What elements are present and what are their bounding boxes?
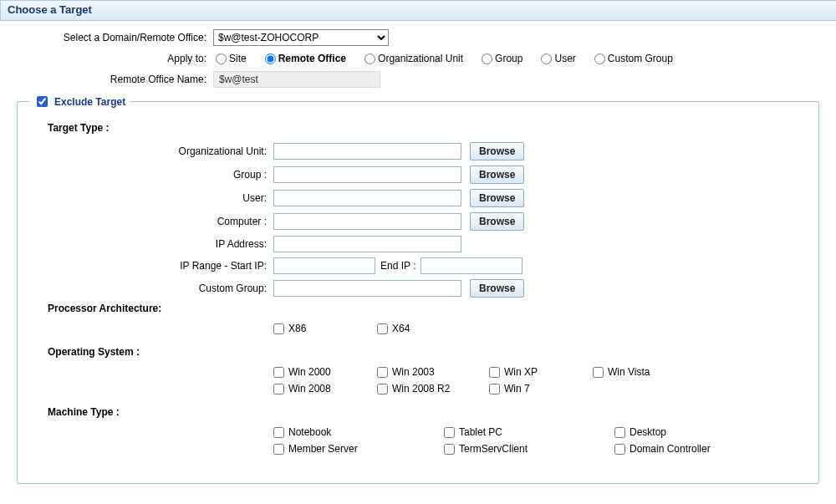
proc-x86-label: X86 xyxy=(288,323,306,334)
apply-org-unit-label: Organizational Unit xyxy=(378,53,463,64)
proc-x64-checkbox[interactable]: X64 xyxy=(377,323,477,334)
apply-remote-office-label: Remote Office xyxy=(278,53,346,64)
os-heading: Operating System : xyxy=(48,346,805,358)
os-winvista-checkbox[interactable]: Win Vista xyxy=(593,366,701,378)
apply-to-label: Apply to: xyxy=(0,53,213,64)
mt-notebook-checkbox[interactable]: Notebook xyxy=(273,426,441,438)
computer-label: Computer : xyxy=(31,216,273,227)
apply-user-label: User xyxy=(554,53,575,64)
apply-site-label: Site xyxy=(229,53,247,64)
mt-termservclient-checkbox[interactable]: TermServClient xyxy=(444,443,611,455)
os-win2003-label: Win 2003 xyxy=(392,366,435,378)
computer-input[interactable] xyxy=(273,213,461,230)
apply-group-radio[interactable]: Group xyxy=(482,53,522,64)
org-unit-label: Organizational Unit: xyxy=(31,145,273,157)
os-win2000-label: Win 2000 xyxy=(288,366,331,378)
proc-x86-checkbox[interactable]: X86 xyxy=(273,323,374,334)
domain-select[interactable]: $w@test-ZOHOCORP xyxy=(213,29,389,46)
mt-member-server-checkbox[interactable]: Member Server xyxy=(273,443,441,455)
os-win2008r2-checkbox[interactable]: Win 2008 R2 xyxy=(377,383,486,395)
mt-tablet-checkbox[interactable]: Tablet PC xyxy=(444,426,611,438)
os-win2000-checkbox[interactable]: Win 2000 xyxy=(273,366,374,378)
group-label: Group : xyxy=(31,169,273,181)
processor-arch-heading: Processor Architecture: xyxy=(48,303,805,314)
computer-browse-button[interactable]: Browse xyxy=(470,212,524,231)
exclude-target-label: Exclude Target xyxy=(54,96,125,108)
os-win2003-checkbox[interactable]: Win 2003 xyxy=(377,366,486,378)
mt-domain-controller-checkbox[interactable]: Domain Controller xyxy=(614,443,782,455)
apply-site-radio[interactable]: Site xyxy=(216,53,247,64)
apply-remote-office-radio[interactable]: Remote Office xyxy=(265,53,346,64)
remote-office-name-value: $w@test xyxy=(213,71,380,88)
apply-custom-group-radio[interactable]: Custom Group xyxy=(594,53,673,64)
custom-group-browse-button[interactable]: Browse xyxy=(470,279,524,298)
proc-x64-label: X64 xyxy=(392,323,410,334)
os-winxp-label: Win XP xyxy=(504,366,538,378)
org-unit-input[interactable] xyxy=(273,143,461,160)
exclude-target-checkbox[interactable] xyxy=(37,96,48,107)
group-input[interactable] xyxy=(273,166,461,183)
mt-desktop-checkbox[interactable]: Desktop xyxy=(614,426,782,438)
exclude-target-panel: Exclude Target Target Type : Organizatio… xyxy=(17,101,819,484)
ip-range-end-input[interactable] xyxy=(421,257,522,274)
user-browse-button[interactable]: Browse xyxy=(470,189,524,207)
custom-group-label: Custom Group: xyxy=(31,283,273,294)
mt-desktop-label: Desktop xyxy=(630,426,666,438)
os-win2008-checkbox[interactable]: Win 2008 xyxy=(273,383,374,395)
ip-address-input[interactable] xyxy=(273,236,461,252)
os-winxp-checkbox[interactable]: Win XP xyxy=(489,366,589,378)
target-type-heading: Target Type : xyxy=(48,122,805,134)
remote-office-name-label: Remote Office Name: xyxy=(0,74,213,85)
mt-member-server-label: Member Server xyxy=(288,443,358,455)
user-input[interactable] xyxy=(273,190,461,206)
ip-range-end-label: End IP : xyxy=(375,260,421,272)
os-winvista-label: Win Vista xyxy=(608,366,650,378)
machine-type-heading: Machine Type : xyxy=(48,406,805,418)
user-label: User: xyxy=(31,192,273,204)
apply-custom-group-label: Custom Group xyxy=(608,53,673,64)
custom-group-input[interactable] xyxy=(273,280,461,297)
mt-termservclient-label: TermServClient xyxy=(459,443,528,455)
domain-label: Select a Domain/Remote Office: xyxy=(0,32,213,43)
mt-domain-controller-label: Domain Controller xyxy=(630,443,711,455)
group-browse-button[interactable]: Browse xyxy=(470,165,524,184)
os-win7-checkbox[interactable]: Win 7 xyxy=(489,383,589,395)
apply-user-radio[interactable]: User xyxy=(541,53,575,64)
ip-address-label: IP Address: xyxy=(31,238,273,250)
mt-tablet-label: Tablet PC xyxy=(459,426,502,438)
apply-to-radio-group: Site Remote Office Organizational Unit G… xyxy=(213,53,685,64)
apply-group-label: Group xyxy=(495,53,522,64)
page-title: Choose a Target xyxy=(0,0,836,21)
apply-org-unit-radio[interactable]: Organizational Unit xyxy=(364,53,463,64)
os-win2008r2-label: Win 2008 R2 xyxy=(392,383,450,395)
os-win7-label: Win 7 xyxy=(504,383,530,395)
ip-range-start-label: IP Range - Start IP: xyxy=(31,260,273,272)
os-win2008-label: Win 2008 xyxy=(288,383,331,395)
mt-notebook-label: Notebook xyxy=(288,426,331,438)
ip-range-start-input[interactable] xyxy=(273,257,375,274)
org-unit-browse-button[interactable]: Browse xyxy=(470,142,524,160)
